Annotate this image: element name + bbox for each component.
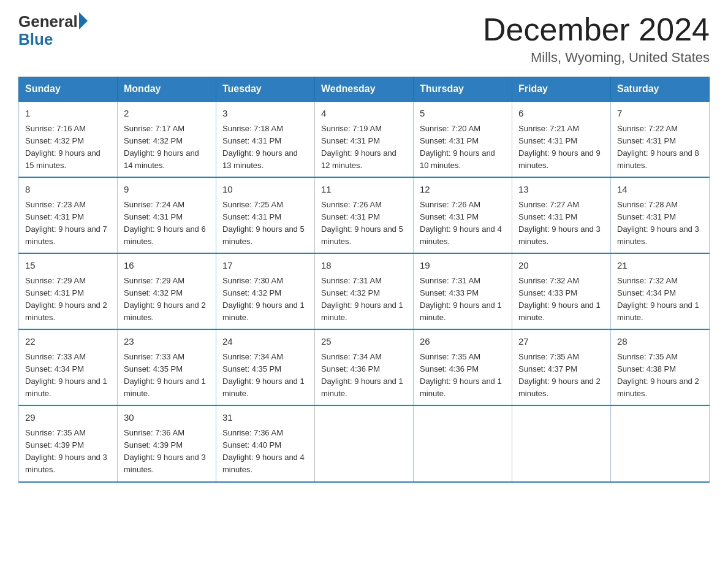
col-monday: Monday [118, 77, 216, 102]
table-row: 15 Sunrise: 7:29 AMSunset: 4:31 PMDaylig… [19, 253, 118, 329]
day-info: Sunrise: 7:26 AMSunset: 4:31 PMDaylight:… [420, 200, 502, 246]
calendar-week-row: 29 Sunrise: 7:35 AMSunset: 4:39 PMDaylig… [19, 405, 710, 481]
table-row: 17 Sunrise: 7:30 AMSunset: 4:32 PMDaylig… [216, 253, 315, 329]
table-row: 9 Sunrise: 7:24 AMSunset: 4:31 PMDayligh… [118, 177, 216, 253]
table-row: 12 Sunrise: 7:26 AMSunset: 4:31 PMDaylig… [414, 177, 512, 253]
col-sunday: Sunday [19, 77, 118, 102]
day-info: Sunrise: 7:33 AMSunset: 4:35 PMDaylight:… [124, 352, 206, 398]
table-row: 2 Sunrise: 7:17 AMSunset: 4:32 PMDayligh… [118, 101, 216, 177]
day-info: Sunrise: 7:33 AMSunset: 4:34 PMDaylight:… [25, 352, 107, 398]
col-friday: Friday [512, 77, 611, 102]
table-row: 4 Sunrise: 7:19 AMSunset: 4:31 PMDayligh… [315, 101, 414, 177]
logo: General Blue [18, 12, 88, 47]
table-row: 31 Sunrise: 7:36 AMSunset: 4:40 PMDaylig… [216, 405, 315, 481]
table-row: 28 Sunrise: 7:35 AMSunset: 4:38 PMDaylig… [611, 329, 710, 405]
table-row: 7 Sunrise: 7:22 AMSunset: 4:31 PMDayligh… [611, 101, 710, 177]
day-info: Sunrise: 7:29 AMSunset: 4:32 PMDaylight:… [124, 276, 206, 322]
day-number: 20 [518, 259, 604, 273]
day-number: 9 [124, 183, 210, 197]
day-number: 18 [321, 259, 407, 273]
table-row: 23 Sunrise: 7:33 AMSunset: 4:35 PMDaylig… [118, 329, 216, 405]
table-row: 19 Sunrise: 7:31 AMSunset: 4:33 PMDaylig… [414, 253, 512, 329]
table-row: 16 Sunrise: 7:29 AMSunset: 4:32 PMDaylig… [118, 253, 216, 329]
calendar-table: Sunday Monday Tuesday Wednesday Thursday… [18, 77, 710, 482]
table-row [315, 405, 414, 481]
day-info: Sunrise: 7:18 AMSunset: 4:31 PMDaylight:… [222, 124, 298, 170]
day-number: 27 [518, 335, 604, 349]
day-info: Sunrise: 7:32 AMSunset: 4:33 PMDaylight:… [518, 276, 601, 322]
col-wednesday: Wednesday [315, 77, 414, 102]
day-number: 16 [124, 259, 210, 273]
day-info: Sunrise: 7:35 AMSunset: 4:37 PMDaylight:… [518, 352, 601, 398]
day-info: Sunrise: 7:30 AMSunset: 4:32 PMDaylight:… [222, 276, 305, 322]
day-number: 10 [222, 183, 308, 197]
table-row: 21 Sunrise: 7:32 AMSunset: 4:34 PMDaylig… [611, 253, 710, 329]
day-number: 17 [222, 259, 308, 273]
day-info: Sunrise: 7:24 AMSunset: 4:31 PMDaylight:… [124, 200, 206, 246]
table-row [414, 405, 512, 481]
day-number: 19 [420, 259, 506, 273]
day-number: 4 [321, 107, 407, 121]
day-info: Sunrise: 7:20 AMSunset: 4:31 PMDaylight:… [420, 124, 495, 170]
day-number: 25 [321, 335, 407, 349]
day-number: 8 [25, 183, 111, 197]
table-row: 8 Sunrise: 7:23 AMSunset: 4:31 PMDayligh… [19, 177, 118, 253]
day-info: Sunrise: 7:34 AMSunset: 4:35 PMDaylight:… [222, 352, 305, 398]
table-row: 20 Sunrise: 7:32 AMSunset: 4:33 PMDaylig… [512, 253, 611, 329]
day-number: 11 [321, 183, 407, 197]
day-number: 26 [420, 335, 506, 349]
col-thursday: Thursday [414, 77, 512, 102]
day-number: 15 [25, 259, 111, 273]
day-number: 5 [420, 107, 506, 121]
day-info: Sunrise: 7:31 AMSunset: 4:33 PMDaylight:… [420, 276, 502, 322]
day-number: 14 [617, 183, 703, 197]
day-info: Sunrise: 7:32 AMSunset: 4:34 PMDaylight:… [617, 276, 699, 322]
day-info: Sunrise: 7:19 AMSunset: 4:31 PMDaylight:… [321, 124, 396, 170]
day-info: Sunrise: 7:36 AMSunset: 4:39 PMDaylight:… [124, 428, 206, 474]
day-info: Sunrise: 7:28 AMSunset: 4:31 PMDaylight:… [617, 200, 699, 246]
day-number: 1 [25, 107, 111, 121]
page-header: General Blue December 2024 Mills, Wyomin… [18, 12, 710, 66]
day-number: 23 [124, 335, 210, 349]
col-saturday: Saturday [611, 77, 710, 102]
table-row: 18 Sunrise: 7:31 AMSunset: 4:32 PMDaylig… [315, 253, 414, 329]
table-row: 1 Sunrise: 7:16 AMSunset: 4:32 PMDayligh… [19, 101, 118, 177]
calendar-header-row: Sunday Monday Tuesday Wednesday Thursday… [19, 77, 710, 102]
table-row: 10 Sunrise: 7:25 AMSunset: 4:31 PMDaylig… [216, 177, 315, 253]
day-number: 6 [518, 107, 604, 121]
calendar-week-row: 22 Sunrise: 7:33 AMSunset: 4:34 PMDaylig… [19, 329, 710, 405]
day-number: 22 [25, 335, 111, 349]
calendar-week-row: 15 Sunrise: 7:29 AMSunset: 4:31 PMDaylig… [19, 253, 710, 329]
day-info: Sunrise: 7:26 AMSunset: 4:31 PMDaylight:… [321, 200, 403, 246]
day-info: Sunrise: 7:16 AMSunset: 4:32 PMDaylight:… [25, 124, 100, 170]
day-info: Sunrise: 7:36 AMSunset: 4:40 PMDaylight:… [222, 428, 305, 474]
table-row: 22 Sunrise: 7:33 AMSunset: 4:34 PMDaylig… [19, 329, 118, 405]
day-number: 21 [617, 259, 703, 273]
table-row: 24 Sunrise: 7:34 AMSunset: 4:35 PMDaylig… [216, 329, 315, 405]
day-info: Sunrise: 7:29 AMSunset: 4:31 PMDaylight:… [25, 276, 107, 322]
table-row: 13 Sunrise: 7:27 AMSunset: 4:31 PMDaylig… [512, 177, 611, 253]
logo-text-general: General [18, 12, 78, 31]
table-row [512, 405, 611, 481]
day-info: Sunrise: 7:21 AMSunset: 4:31 PMDaylight:… [518, 124, 601, 170]
table-row: 29 Sunrise: 7:35 AMSunset: 4:39 PMDaylig… [19, 405, 118, 481]
day-info: Sunrise: 7:35 AMSunset: 4:39 PMDaylight:… [25, 428, 107, 474]
calendar-week-row: 1 Sunrise: 7:16 AMSunset: 4:32 PMDayligh… [19, 101, 710, 177]
day-info: Sunrise: 7:35 AMSunset: 4:38 PMDaylight:… [617, 352, 699, 398]
calendar-week-row: 8 Sunrise: 7:23 AMSunset: 4:31 PMDayligh… [19, 177, 710, 253]
table-row [611, 405, 710, 481]
day-number: 24 [222, 335, 308, 349]
day-info: Sunrise: 7:31 AMSunset: 4:32 PMDaylight:… [321, 276, 403, 322]
day-number: 31 [222, 411, 308, 425]
col-tuesday: Tuesday [216, 77, 315, 102]
table-row: 14 Sunrise: 7:28 AMSunset: 4:31 PMDaylig… [611, 177, 710, 253]
title-section: December 2024 Mills, Wyoming, United Sta… [483, 12, 710, 66]
table-row: 5 Sunrise: 7:20 AMSunset: 4:31 PMDayligh… [414, 101, 512, 177]
table-row: 26 Sunrise: 7:35 AMSunset: 4:36 PMDaylig… [414, 329, 512, 405]
logo-arrow-icon [79, 12, 88, 29]
day-info: Sunrise: 7:23 AMSunset: 4:31 PMDaylight:… [25, 200, 107, 246]
day-info: Sunrise: 7:22 AMSunset: 4:31 PMDaylight:… [617, 124, 699, 170]
day-number: 2 [124, 107, 210, 121]
month-title: December 2024 [483, 12, 710, 47]
day-number: 3 [222, 107, 308, 121]
